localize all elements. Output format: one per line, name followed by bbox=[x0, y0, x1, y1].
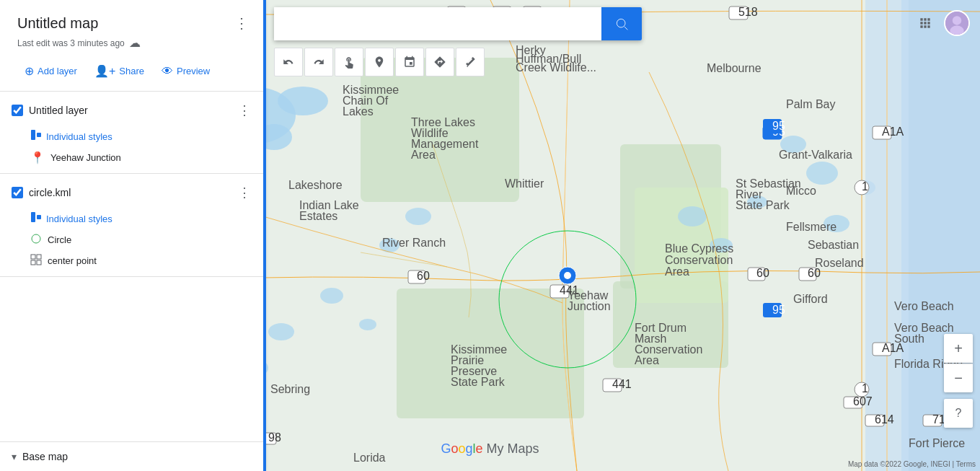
place-item-center[interactable]: center point bbox=[26, 251, 255, 270]
directions-icon bbox=[433, 56, 446, 69]
top-right-controls bbox=[912, 10, 970, 36]
search-input[interactable] bbox=[274, 7, 601, 40]
share-icon: 👤+ bbox=[94, 64, 115, 78]
svg-text:441: 441 bbox=[612, 378, 632, 390]
svg-text:Junction: Junction bbox=[568, 300, 611, 312]
svg-text:607: 607 bbox=[853, 395, 873, 408]
svg-rect-146 bbox=[31, 260, 35, 265]
draw-line-button[interactable] bbox=[395, 48, 424, 76]
layer-more-button-circle[interactable]: ⋮ bbox=[234, 182, 255, 203]
svg-point-152 bbox=[950, 26, 964, 36]
hand-icon bbox=[343, 56, 356, 69]
svg-point-151 bbox=[953, 16, 961, 25]
layer-checkbox-untitled[interactable] bbox=[12, 105, 23, 116]
svg-text:Fellsmere: Fellsmere bbox=[786, 221, 836, 233]
last-edit-text: Last edit was 3 minutes ago ☁ bbox=[17, 36, 253, 50]
more-menu-button[interactable]: ⋮ bbox=[230, 12, 253, 35]
measure-button[interactable] bbox=[456, 48, 485, 76]
save-to-cloud-icon: ☁ bbox=[129, 36, 141, 50]
svg-point-15 bbox=[268, 323, 294, 340]
svg-text:Grant-Valkaria: Grant-Valkaria bbox=[779, 149, 852, 161]
svg-text:Whittier: Whittier bbox=[505, 177, 544, 190]
undo-button[interactable] bbox=[274, 48, 303, 76]
svg-text:614: 614 bbox=[875, 413, 894, 426]
place-name-center: center point bbox=[48, 255, 97, 266]
svg-rect-139 bbox=[31, 130, 35, 140]
place-name-yeehaw: Yeehaw Junction bbox=[50, 152, 121, 163]
svg-text:60: 60 bbox=[756, 267, 769, 279]
preview-label: Preview bbox=[177, 66, 210, 76]
individual-styles-button-circle[interactable]: Individual styles bbox=[26, 208, 255, 229]
svg-text:1: 1 bbox=[862, 382, 868, 395]
base-map-row[interactable]: ▾ Base map bbox=[12, 451, 252, 462]
svg-text:River Ranch: River Ranch bbox=[382, 237, 446, 249]
svg-point-21 bbox=[806, 162, 838, 185]
search-button[interactable] bbox=[601, 7, 642, 40]
svg-rect-140 bbox=[37, 133, 41, 137]
map-title-row: Untitled map ⋮ bbox=[17, 12, 253, 35]
svg-point-11 bbox=[405, 208, 431, 225]
pin-icon bbox=[373, 56, 386, 69]
layer-section-circle: circle.kml ⋮ Individual styles bbox=[0, 174, 263, 277]
svg-point-148 bbox=[617, 19, 625, 27]
layer-checkbox-circle[interactable] bbox=[12, 187, 23, 198]
avatar-image bbox=[945, 10, 968, 36]
svg-point-13 bbox=[320, 288, 343, 304]
svg-text:98: 98 bbox=[268, 431, 281, 444]
svg-text:Lakeshore: Lakeshore bbox=[288, 179, 343, 191]
layer-items-circle: Individual styles Circle bbox=[0, 208, 263, 276]
svg-text:Melbourne: Melbourne bbox=[707, 62, 762, 74]
user-avatar[interactable] bbox=[944, 10, 970, 36]
zoom-out-button[interactable]: − bbox=[944, 364, 973, 392]
svg-point-133 bbox=[564, 272, 571, 279]
redo-icon bbox=[312, 56, 325, 69]
svg-text:Area: Area bbox=[411, 149, 436, 161]
svg-text:60: 60 bbox=[417, 270, 430, 282]
svg-text:Blue Cypress: Blue Cypress bbox=[665, 242, 733, 255]
share-button[interactable]: 👤+ Share bbox=[87, 60, 151, 82]
preview-icon: 👁 bbox=[162, 65, 173, 78]
collapse-icon: ▾ bbox=[12, 451, 17, 462]
svg-text:Lorida: Lorida bbox=[353, 452, 386, 464]
preview-button[interactable]: 👁 Preview bbox=[154, 61, 217, 82]
place-item-circle[interactable]: Circle bbox=[26, 230, 255, 250]
zoom-in-button[interactable]: + bbox=[944, 334, 973, 363]
individual-styles-label-circle: Individual styles bbox=[46, 214, 112, 224]
pan-button[interactable] bbox=[335, 48, 363, 76]
svg-text:Roseland: Roseland bbox=[815, 257, 864, 269]
add-layer-icon: ⊕ bbox=[25, 64, 34, 78]
svg-text:Lakes: Lakes bbox=[343, 105, 374, 118]
base-map-section: ▾ Base map bbox=[0, 441, 263, 471]
redo-button[interactable] bbox=[304, 48, 333, 76]
svg-text:1: 1 bbox=[862, 180, 868, 193]
svg-text:Gifford: Gifford bbox=[793, 293, 828, 305]
layer-more-button-untitled[interactable]: ⋮ bbox=[234, 100, 255, 120]
map-title: Untitled map bbox=[17, 15, 98, 32]
place-item-yeehaw[interactable]: 📍 Yeehaw Junction bbox=[26, 148, 255, 167]
svg-text:Estates: Estates bbox=[299, 210, 337, 222]
directions-button[interactable] bbox=[425, 48, 454, 76]
crosshair-icon bbox=[30, 254, 42, 268]
ruler-icon bbox=[464, 56, 477, 69]
left-strip bbox=[263, 0, 266, 471]
google-apps-button[interactable] bbox=[912, 10, 938, 36]
svg-text:State Park: State Park bbox=[736, 199, 790, 211]
svg-text:Area: Area bbox=[665, 265, 689, 278]
svg-text:A1A: A1A bbox=[882, 126, 904, 138]
add-layer-button[interactable]: ⊕ Add layer bbox=[17, 60, 84, 82]
add-marker-button[interactable] bbox=[365, 48, 394, 76]
svg-point-17 bbox=[678, 206, 707, 226]
individual-styles-button-untitled[interactable]: Individual styles bbox=[26, 126, 255, 146]
svg-rect-144 bbox=[31, 255, 35, 259]
svg-text:95: 95 bbox=[772, 120, 785, 132]
undo-icon bbox=[282, 56, 295, 69]
layer-header-circle: circle.kml ⋮ bbox=[0, 174, 263, 208]
help-button[interactable]: ? bbox=[944, 399, 973, 428]
layer-title-untitled: Untitled layer bbox=[29, 105, 229, 116]
svg-rect-145 bbox=[37, 255, 41, 259]
svg-text:95: 95 bbox=[772, 304, 785, 316]
layers-container: Untitled layer ⋮ Individual styles 📍 Yee… bbox=[0, 92, 263, 441]
svg-text:Conservation: Conservation bbox=[665, 254, 733, 266]
lasso-icon bbox=[403, 56, 416, 69]
sidebar: Untitled map ⋮ Last edit was 3 minutes a… bbox=[0, 0, 263, 471]
